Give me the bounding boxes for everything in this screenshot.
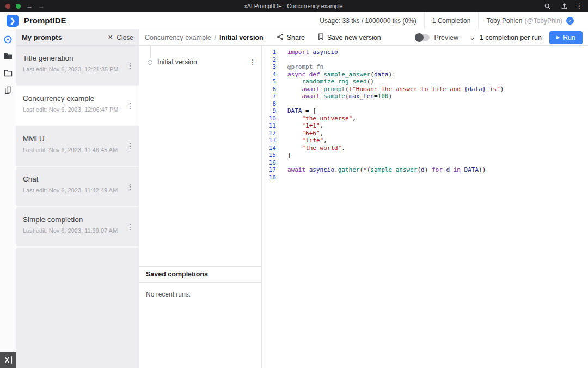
- promptide-logo-icon[interactable]: ❯: [7, 15, 19, 27]
- version-marker-icon: [148, 60, 152, 65]
- prompt-title: Simple completion: [23, 215, 125, 224]
- line-number: 1: [262, 49, 276, 56]
- folder-outline-icon[interactable]: [3, 68, 13, 78]
- prompt-last-edit: Last edit: Nov 6, 2023, 12:21:35 PM: [23, 66, 125, 73]
- version-options-icon[interactable]: ⋮: [249, 58, 256, 67]
- code-line[interactable]: randomize_rng_seed(): [287, 78, 504, 86]
- code-line[interactable]: "6+6",: [287, 130, 504, 137]
- breadcrumb-version-name: Initial version: [219, 34, 264, 41]
- code-line[interactable]: @prompt_fn: [287, 63, 504, 71]
- code-line[interactable]: await prompt(f"Human: The answer to life…: [287, 86, 504, 93]
- code-line[interactable]: await asyncio.gather(*(sample_answer(d) …: [287, 166, 504, 174]
- line-number: 13: [262, 137, 276, 144]
- line-number: 7: [262, 93, 276, 100]
- run-button[interactable]: ▶ Run: [549, 31, 583, 44]
- content-toolbar: Concurrency example / Initial version Sh…: [139, 29, 588, 46]
- browser-back-icon[interactable]: ←: [26, 3, 33, 9]
- saved-completions-header: Saved completions: [139, 266, 261, 283]
- code-line[interactable]: async def sample_answer(data):: [287, 71, 504, 79]
- folder-icon[interactable]: [3, 51, 13, 61]
- code-line[interactable]: "the world",: [287, 144, 504, 152]
- promptide-app: ← → xAI PromptIDE - Concurrency example …: [0, 0, 588, 368]
- prompts-target-icon[interactable]: [3, 34, 13, 44]
- line-number: 9: [262, 107, 276, 115]
- line-number: 14: [262, 144, 276, 152]
- browser-menu-icon[interactable]: ⋮: [576, 2, 583, 10]
- prompt-last-edit: Last edit: Nov 6, 2023, 11:42:49 AM: [23, 187, 125, 194]
- prompts-sidebar: My prompts ✕ Close Title generationLast …: [16, 29, 139, 368]
- version-label: Initial version: [157, 58, 197, 66]
- code-line[interactable]: DATA = [: [287, 107, 504, 115]
- browser-chrome: ← → xAI PromptIDE - Concurrency example …: [0, 0, 588, 12]
- code-line[interactable]: "the universe",: [287, 115, 504, 123]
- prompt-last-edit: Last edit: Nov 6, 2023, 11:39:07 AM: [23, 227, 125, 234]
- code-line[interactable]: [287, 56, 504, 64]
- window-zoom-button[interactable]: [16, 4, 21, 9]
- prompt-title: Chat: [23, 175, 125, 183]
- sidebar-title: My prompts: [22, 33, 62, 41]
- save-new-version-button[interactable]: Save new version: [318, 33, 381, 42]
- prompt-title: Title generation: [23, 54, 125, 62]
- chevron-down-icon[interactable]: ⌄: [469, 34, 475, 41]
- run-label: Run: [563, 34, 575, 41]
- code-line[interactable]: "life",: [287, 137, 504, 144]
- prompt-options-icon[interactable]: ⋮: [126, 101, 134, 110]
- code-line[interactable]: [287, 159, 504, 167]
- close-label: Close: [117, 34, 133, 41]
- code-line[interactable]: "1+1",: [287, 122, 504, 130]
- toggle-knob: [415, 33, 424, 42]
- close-icon: ✕: [108, 34, 113, 41]
- prompt-list-item[interactable]: Title generationLast edit: Nov 6, 2023, …: [16, 46, 139, 86]
- main-layout: My prompts ✕ Close Title generationLast …: [0, 29, 588, 368]
- prompt-last-edit: Last edit: Nov 6, 2023, 11:46:45 AM: [23, 147, 125, 153]
- app-header: ❯ PromptIDE Usage: 33 tks / 1000000 tks …: [0, 12, 588, 29]
- prompt-list-item[interactable]: Concurrency exampleLast edit: Nov 6, 202…: [16, 86, 139, 126]
- version-item[interactable]: Initial version ⋮: [139, 55, 261, 70]
- window-close-button[interactable]: [5, 4, 10, 9]
- line-number: 10: [262, 115, 276, 123]
- browser-forward-icon[interactable]: →: [38, 3, 45, 9]
- share-label: Share: [287, 34, 305, 41]
- prompt-list-item[interactable]: Simple completionLast edit: Nov 6, 2023,…: [16, 207, 139, 248]
- editor-code[interactable]: import asyncio@prompt_fnasync def sample…: [278, 49, 504, 368]
- app-title: PromptIDE: [24, 16, 66, 25]
- content-area: Concurrency example / Initial version Sh…: [139, 29, 588, 368]
- upload-icon[interactable]: [559, 1, 569, 11]
- prompt-options-icon[interactable]: ⋮: [126, 61, 134, 70]
- verified-badge-icon: ✓: [566, 17, 574, 25]
- share-icon: [277, 33, 284, 42]
- prompt-options-icon[interactable]: ⋮: [126, 182, 134, 191]
- breadcrumb-prompt-name[interactable]: Concurrency example: [145, 34, 211, 41]
- code-line[interactable]: [287, 174, 504, 182]
- breadcrumb: Concurrency example / Initial version: [145, 34, 264, 41]
- bookmark-save-icon: [318, 33, 324, 42]
- usage-stats: Usage: 33 tks / 1000000 tks (0%): [312, 12, 424, 29]
- completions-count[interactable]: 1 Completion: [424, 12, 479, 29]
- logo-glyph: ❯: [10, 17, 15, 25]
- share-button[interactable]: Share: [277, 33, 305, 42]
- code-editor[interactable]: 123456789101112131415161718 import async…: [262, 46, 588, 368]
- preview-label: Preview: [434, 34, 458, 41]
- completions-per-run-select[interactable]: 1 completion per run: [480, 34, 542, 41]
- xai-logo[interactable]: [0, 352, 16, 368]
- user-name: Toby Pohlen: [486, 17, 522, 25]
- code-line[interactable]: await sample(max_len=100): [287, 93, 504, 100]
- line-number: 5: [262, 78, 276, 86]
- play-icon: ▶: [556, 35, 560, 40]
- code-line[interactable]: import asyncio: [287, 49, 504, 56]
- close-sidebar-button[interactable]: ✕ Close: [108, 34, 133, 41]
- breadcrumb-separator: /: [215, 34, 216, 41]
- code-line[interactable]: [287, 100, 504, 108]
- clipboard-icon[interactable]: [3, 85, 13, 95]
- code-line[interactable]: ]: [287, 152, 504, 159]
- prompt-list-item[interactable]: MMLULast edit: Nov 6, 2023, 11:46:45 AM⋮: [16, 126, 139, 167]
- line-number: 18: [262, 174, 276, 182]
- line-number: 17: [262, 166, 276, 174]
- prompt-options-icon[interactable]: ⋮: [126, 222, 134, 231]
- no-recent-runs-message: No recent runs.: [139, 283, 261, 306]
- prompt-list-item[interactable]: ChatLast edit: Nov 6, 2023, 11:42:49 AM⋮: [16, 167, 139, 207]
- preview-toggle[interactable]: [415, 34, 430, 41]
- search-icon[interactable]: [542, 1, 552, 11]
- user-account[interactable]: Toby Pohlen (@TobyPhln) ✓: [478, 12, 581, 29]
- prompt-options-icon[interactable]: ⋮: [126, 142, 134, 150]
